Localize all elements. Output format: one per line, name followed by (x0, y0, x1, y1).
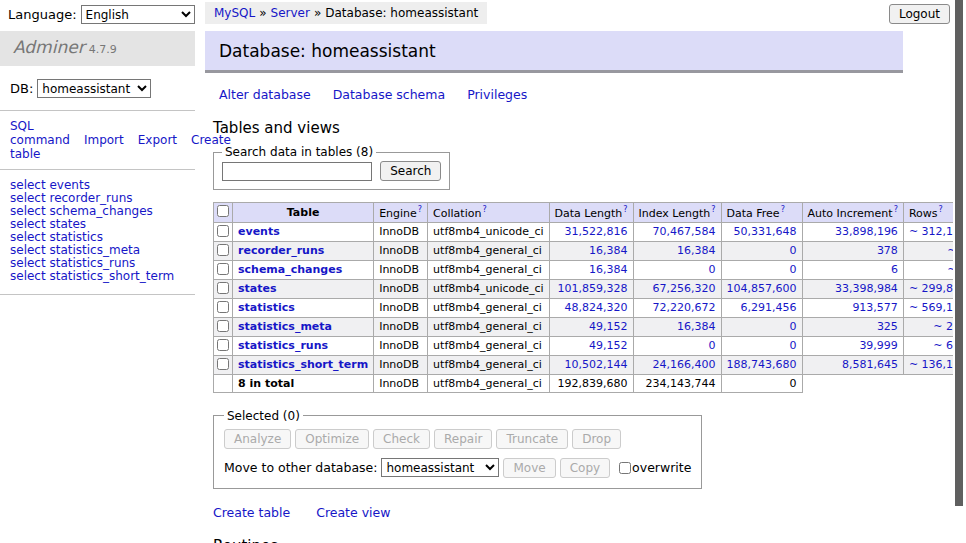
search-legend: Search data in tables (8) (222, 145, 376, 159)
table-link-states[interactable]: states (238, 282, 277, 295)
db-selector-row: DB:homeassistant (0, 66, 195, 111)
totals-index-length: 234,143,744 (633, 374, 721, 392)
data-length-cell: 49,152 (549, 317, 633, 336)
table-name-cell: statistics_runs (233, 336, 374, 355)
table-link-statistics_short_term[interactable]: statistics_short_term (238, 358, 368, 371)
sidebar-link-export[interactable]: Export (138, 133, 177, 147)
row-checkbox[interactable] (217, 339, 229, 351)
auto-increment-cell: 913,577 (802, 298, 903, 317)
app-version: 4.7.9 (89, 43, 117, 56)
table-link-statistics[interactable]: statistics (238, 301, 295, 314)
index-length-cell: 72,220,672 (633, 298, 721, 317)
table-link-recorder_runs[interactable]: recorder_runs (238, 244, 324, 257)
totals-row: 8 in totalInnoDButf8mb4_general_ci192,83… (214, 374, 966, 392)
collation-cell: utf8mb4_unicode_ci (428, 279, 549, 298)
table-name-cell: statistics_meta (233, 317, 374, 336)
data-free-cell: 50,331,648 (721, 222, 802, 241)
link-create-table[interactable]: Create table (213, 505, 290, 520)
help-link[interactable]: ? (938, 205, 942, 214)
collation-cell: utf8mb4_general_ci (428, 298, 549, 317)
help-link[interactable]: ? (418, 205, 422, 214)
row-checkbox[interactable] (217, 301, 229, 313)
table-link-events[interactable]: events (238, 225, 280, 238)
sidebar-link-import[interactable]: Import (84, 133, 124, 147)
main-content: Database: homeassistant Alter databaseDa… (205, 31, 903, 543)
row-check-cell (214, 241, 233, 260)
help-link[interactable]: ? (894, 205, 898, 214)
search-button[interactable]: Search (380, 161, 441, 181)
sidebar-link-sql-command[interactable]: SQL command (10, 119, 70, 147)
breadcrumb-link-mysql[interactable]: MySQL (214, 6, 255, 20)
help-link[interactable]: ? (482, 205, 486, 214)
overwrite-checkbox[interactable] (619, 462, 631, 474)
move-button[interactable]: Move (503, 458, 555, 478)
selected-fieldset: Selected (0) AnalyzeOptimizeCheckRepairT… (213, 409, 702, 489)
link-alter-database[interactable]: Alter database (219, 87, 311, 102)
help-link[interactable]: ? (711, 205, 715, 214)
table-name-cell: statistics_short_term (233, 355, 374, 374)
search-input[interactable] (222, 162, 372, 181)
app-name[interactable]: Adminer (13, 37, 85, 57)
index-length-cell: 16,384 (633, 241, 721, 260)
button-drop[interactable]: Drop (572, 429, 621, 449)
button-repair[interactable]: Repair (434, 429, 492, 449)
row-checkbox[interactable] (217, 263, 229, 275)
index-length-cell: 24,166,400 (633, 355, 721, 374)
help-link[interactable]: ? (781, 205, 785, 214)
index-length-cell: 67,256,320 (633, 279, 721, 298)
breadcrumb-link-server[interactable]: Server (271, 6, 310, 20)
engine-cell: InnoDB (374, 355, 428, 374)
data-length-cell: 16,384 (549, 241, 633, 260)
engine-cell: InnoDB (374, 260, 428, 279)
row-checkbox[interactable] (217, 225, 229, 237)
copy-button[interactable]: Copy (560, 458, 610, 478)
breadcrumb-current: Database: homeassistant (325, 6, 478, 20)
row-checkbox[interactable] (217, 358, 229, 370)
select-all-checkbox[interactable] (217, 205, 229, 217)
data-length-cell: 48,824,320 (549, 298, 633, 317)
button-optimize[interactable]: Optimize (295, 429, 369, 449)
row-check-cell (214, 317, 233, 336)
engine-cell: InnoDB (374, 317, 428, 336)
engine-cell: InnoDB (374, 241, 428, 260)
table-row-statistics_short_term: statistics_short_termInnoDButf8mb4_gener… (214, 355, 966, 374)
row-checkbox[interactable] (217, 320, 229, 332)
data-length-cell: 49,152 (549, 336, 633, 355)
sidebar-select-statistics-short-term[interactable]: select statistics_short_term (10, 270, 185, 283)
row-checkbox[interactable] (217, 282, 229, 294)
row-checkbox[interactable] (217, 244, 229, 256)
table-row-events: eventsInnoDButf8mb4_unicode_ci31,522,816… (214, 222, 966, 241)
table-link-schema_changes[interactable]: schema_changes (238, 263, 342, 276)
db-select[interactable]: homeassistant (37, 79, 151, 98)
link-database-schema[interactable]: Database schema (333, 87, 445, 102)
link-privileges[interactable]: Privileges (467, 87, 527, 102)
logout-button[interactable]: Logout (889, 4, 950, 24)
data-free-cell: 188,743,680 (721, 355, 802, 374)
table-name-cell: statistics (233, 298, 374, 317)
collation-cell: utf8mb4_general_ci (428, 317, 549, 336)
data-length-cell: 16,384 (549, 260, 633, 279)
sidebar-table-links: select eventsselect recorder_runsselect … (0, 170, 195, 295)
row-check-cell (214, 260, 233, 279)
move-db-select[interactable]: homeassistant (381, 458, 499, 477)
data-length-cell: 101,859,328 (549, 279, 633, 298)
table-row-statistics_runs: statistics_runsInnoDButf8mb4_general_ci4… (214, 336, 966, 355)
column-header-data-length: Data Length? (549, 203, 633, 223)
table-link-statistics_meta[interactable]: statistics_meta (238, 320, 332, 333)
app-header: Adminer4.7.9 (0, 31, 195, 66)
button-analyze[interactable]: Analyze (224, 429, 291, 449)
link-create-view[interactable]: Create view (316, 505, 390, 520)
index-length-cell: 16,384 (633, 317, 721, 336)
auto-increment-cell: 8,581,645 (802, 355, 903, 374)
db-links: Alter databaseDatabase schemaPrivileges (219, 87, 903, 102)
button-truncate[interactable]: Truncate (496, 429, 568, 449)
help-link[interactable]: ? (623, 205, 627, 214)
scrollbar-track[interactable] (953, 0, 966, 543)
button-check[interactable]: Check (373, 429, 430, 449)
selected-legend: Selected (0) (224, 409, 303, 423)
column-header-table: Table (233, 203, 374, 223)
scrollbar-thumb[interactable] (955, 0, 963, 506)
engine-cell: InnoDB (374, 298, 428, 317)
table-link-statistics_runs[interactable]: statistics_runs (238, 339, 328, 352)
row-check-cell (214, 336, 233, 355)
